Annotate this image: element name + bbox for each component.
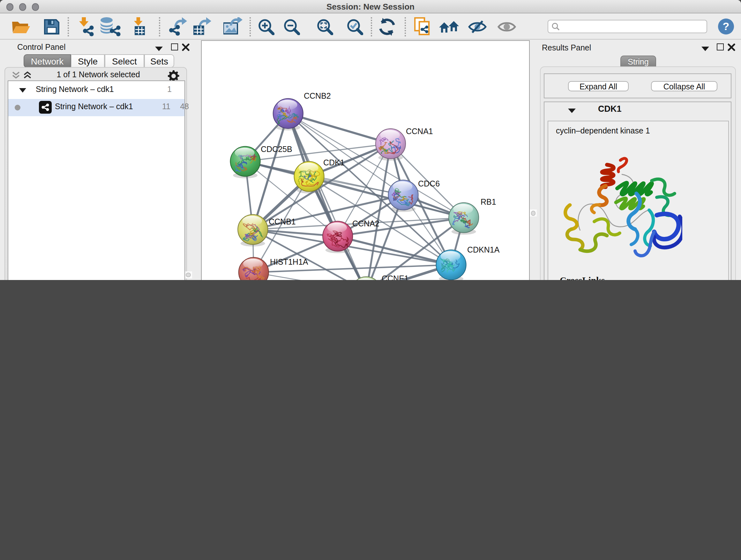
svg-text:RB1: RB1 (481, 197, 496, 206)
svg-text:CDK1: CDK1 (323, 158, 345, 167)
svg-text:CCNB2: CCNB2 (304, 91, 331, 100)
svg-text:CDKN1A: CDKN1A (467, 245, 500, 254)
svg-text:CCNE1: CCNE1 (382, 274, 409, 280)
svg-text:CDC6: CDC6 (418, 179, 440, 188)
svg-text:HIST1H1A: HIST1H1A (270, 257, 308, 266)
svg-text:CDC25B: CDC25B (261, 145, 292, 153)
svg-text:CCNA1: CCNA1 (406, 127, 433, 136)
svg-text:CCNA2: CCNA2 (352, 219, 380, 228)
svg-text:CCNB1: CCNB1 (269, 217, 296, 226)
